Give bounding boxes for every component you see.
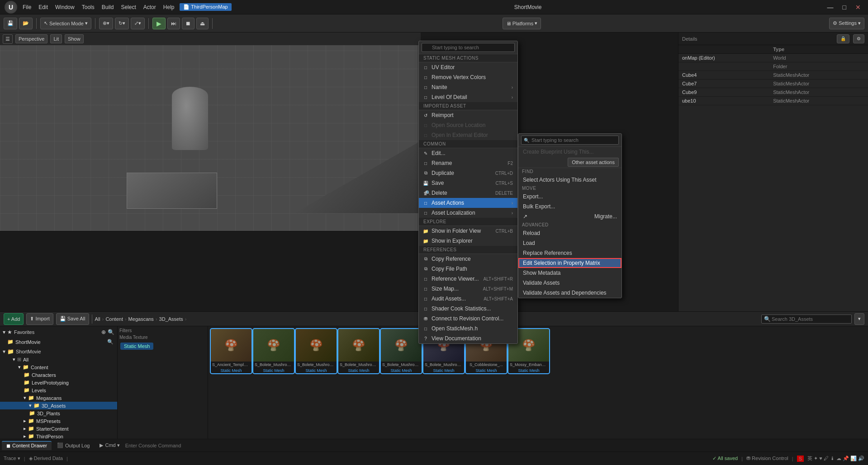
lock-btn[interactable]: 🔒 [837, 34, 849, 43]
menu-window[interactable]: Window [55, 4, 75, 10]
open-btn[interactable]: 📂 [19, 18, 33, 29]
ctx-shader-cook[interactable]: □ Shader Cook Statistics... [419, 304, 517, 314]
show-btn[interactable]: Show [65, 34, 84, 43]
ctx-open-staticmesh-h[interactable]: □ Open StaticMesh.h [419, 324, 517, 333]
favorites-search-btn[interactable]: 🔍 [108, 329, 114, 335]
close-btn[interactable]: ✕ [853, 3, 863, 12]
asset-item-2[interactable]: 🍄 S_Bolete_Mushrooms_... Static Mesh [296, 329, 337, 373]
ctx-show-explorer[interactable]: 📁 Show in Explorer [419, 236, 517, 246]
ctx-revision-control[interactable]: ⛃ Connect to Revision Control... [419, 314, 517, 324]
other-asset-actions-btn[interactable]: Other asset actions [568, 158, 619, 167]
ctx-nanite[interactable]: □ Nanite › [419, 82, 517, 92]
save-current-btn[interactable]: 💾 [4, 18, 17, 29]
submenu-load[interactable]: Load [518, 238, 621, 248]
submenu-select-actors[interactable]: Select Actors Using This Asset [518, 175, 621, 185]
ctx-reimport[interactable]: ↺ Reimport [419, 110, 517, 120]
transform-btn[interactable]: ⊕▾ [99, 18, 113, 29]
tree-all[interactable]: ▾ ⊞ All [0, 356, 117, 363]
menu-select[interactable]: Select [121, 4, 136, 10]
submenu-bulk-export[interactable]: Bulk Export... [518, 202, 621, 211]
ctx-copy-reference[interactable]: ⧉ Copy Reference [419, 254, 517, 264]
tab-cmd[interactable]: ▶ Cmd ▾ [95, 441, 124, 450]
tree-3d-assets[interactable]: ▾ 📁 3D_Assets [0, 402, 117, 409]
skip-btn[interactable]: ⏭ [167, 18, 180, 29]
tab-content-drawer[interactable]: ◼ Content Drawer [2, 441, 52, 450]
console-input[interactable] [125, 443, 261, 448]
ctx-save[interactable]: 💾 Save CTRL+S [419, 178, 517, 188]
submenu-replace-references[interactable]: Replace References [518, 248, 621, 258]
tree-mspresets[interactable]: ▸ 📁 MSPresets [0, 417, 117, 425]
ctx-asset-actions[interactable]: □ Asset Actions › [419, 198, 517, 208]
shortmovie-search-btn[interactable]: 🔍 [107, 339, 114, 345]
ctx-duplicate[interactable]: ⧉ Duplicate CTRL+D [419, 168, 517, 178]
maximize-btn[interactable]: □ [840, 3, 849, 12]
ctx-reference-viewer[interactable]: □ Reference Viewer... ALT+SHIFT+R [419, 274, 517, 284]
asset-item-1[interactable]: 🍄 S_Bolete_Mushrooms_... Static Mesh [253, 329, 294, 373]
ctx-edit[interactable]: ✎ Edit... [419, 148, 517, 158]
asset-item-4[interactable]: 🍄 S_Bolete_Mushrooms_... Static Mesh [381, 329, 422, 373]
status-derived[interactable]: ◈ Derived Data [29, 456, 63, 461]
ctx-search-input[interactable] [422, 43, 515, 52]
ctx-copy-file-path[interactable]: ⧉ Copy File Path [419, 264, 517, 274]
tree-thirdperson[interactable]: ▸ 📁 ThirdPerson [0, 432, 117, 439]
asset-item-3[interactable]: 🍄 S_Bolete_Mushrooms_... Static Mesh [338, 329, 379, 373]
ctx-asset-localization[interactable]: □ Asset Localization › [419, 208, 517, 218]
status-trace[interactable]: Trace ▾ [4, 456, 20, 461]
tree-3d-plants[interactable]: 📁 3D_Plants [0, 409, 117, 417]
settings-panel-btn[interactable]: ⚙ [853, 34, 864, 43]
filter-static-mesh[interactable]: Static Mesh [120, 343, 153, 350]
menu-edit[interactable]: Edit [38, 4, 48, 10]
stop-btn[interactable]: ⏹ [182, 18, 194, 29]
tree-shortmovie[interactable]: 📁 ShortMovie 🔍 [0, 338, 117, 346]
view-options-btn[interactable]: ▾ [854, 313, 864, 325]
submenu-show-metadata[interactable]: Show Metadata [518, 268, 621, 278]
minimize-btn[interactable]: — [825, 3, 836, 12]
tree-startercontent[interactable]: ▸ 📁 StarterContent [0, 425, 117, 432]
ctx-level-of-detail[interactable]: □ Level Of Detail › [419, 92, 517, 102]
bc-content[interactable]: Content [105, 316, 123, 322]
submenu-validate-assets[interactable]: Validate Assets [518, 278, 621, 288]
scale-btn[interactable]: ⤢▾ [131, 18, 145, 29]
bc-all[interactable]: All [95, 316, 100, 322]
add-btn[interactable]: + Add [4, 313, 24, 325]
tree-megascans[interactable]: ▾ 📁 Megascans [0, 394, 117, 402]
ctx-rename[interactable]: □ Rename F2 [419, 158, 517, 168]
asset-item-0[interactable]: 🍄 S_Ancient_Temple_... Static Mesh [211, 329, 251, 373]
eject-btn[interactable]: ⏏ [196, 18, 209, 29]
perspective-btn[interactable]: Perspective [15, 34, 47, 43]
ctx-size-map[interactable]: □ Size Map... ALT+SHIFT+M [419, 284, 517, 294]
tree-levelprototyping[interactable]: 📁 LevelPrototyping [0, 379, 117, 386]
ctx-audit-assets[interactable]: □ Audit Assets... ALT+SHIFT+A [419, 294, 517, 304]
lit-btn[interactable]: Lit [50, 34, 62, 43]
ctx-show-folder-view[interactable]: 📁 Show in Folder View CTRL+B [419, 226, 517, 236]
rotate-btn[interactable]: ↻▾ [115, 18, 129, 29]
platforms-btn[interactable]: 🖥 Platforms ▾ [503, 18, 541, 29]
bc-megascans[interactable]: Megascans [128, 316, 154, 322]
ctx-uv-editor[interactable]: □ UV Editor [419, 62, 517, 72]
save-all-btn[interactable]: 💾 Save All [56, 313, 89, 325]
bc-3dassets[interactable]: 3D_Assets [159, 316, 183, 322]
submenu-validate-assets-dependencies[interactable]: Validate Assets and Dependencies [518, 288, 621, 298]
submenu-reload[interactable]: Reload [518, 228, 621, 238]
tree-content[interactable]: ▾ 📁 Content [0, 363, 117, 371]
cb-search-input[interactable] [761, 315, 852, 324]
selection-mode-btn[interactable]: ↖ Selection Mode ▾ [40, 18, 91, 29]
tree-characters[interactable]: 📁 Characters [0, 371, 117, 379]
submenu-search-input[interactable] [521, 136, 619, 145]
ctx-remove-vertex-colors[interactable]: □ Remove Vertex Colors [419, 72, 517, 82]
submenu-edit-selection-property-matrix[interactable]: Edit Selection in Property Matrix [518, 258, 621, 268]
menu-build[interactable]: Build [102, 4, 114, 10]
status-revision[interactable]: ⛃ Revision Control [746, 456, 788, 461]
ctx-delete[interactable]: 🗑 Delete DELETE [419, 188, 517, 198]
ctx-view-documentation[interactable]: ? View Documentation [419, 333, 517, 343]
tab-output-log[interactable]: ⬛ Output Log [52, 441, 94, 450]
settings-btn[interactable]: ⚙ Settings ▾ [829, 18, 864, 29]
favorites-add-btn[interactable]: ⊕ [101, 329, 106, 335]
menu-file[interactable]: File [23, 4, 31, 10]
tree-levels[interactable]: 📁 Levels [0, 386, 117, 394]
menu-tools[interactable]: Tools [82, 4, 95, 10]
play-btn[interactable]: ▶ [152, 18, 166, 29]
import-btn[interactable]: ⬆ Import [26, 313, 53, 325]
submenu-migrate[interactable]: ↗ Migrate... [518, 211, 621, 221]
menu-actor[interactable]: Actor [143, 4, 156, 10]
